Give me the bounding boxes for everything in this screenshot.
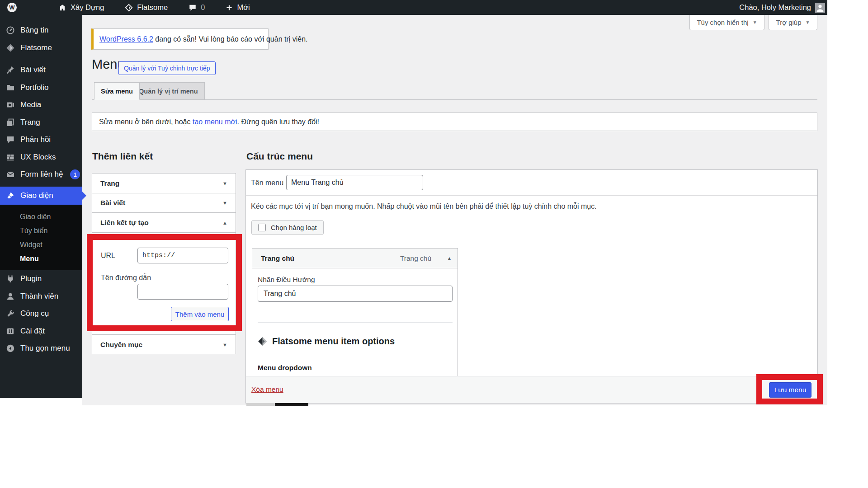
admin-sidebar: Bảng tin Flatsome Bài viết Portfolio [0,15,82,398]
accordion-row-pages[interactable]: Trang ▼ [92,174,236,193]
nav-label-input[interactable] [258,286,453,302]
menu-item-header[interactable]: Trang chủ Trang chủ ▲ [252,249,458,268]
add-menu-items-accordion: Trang ▼ Bài viết ▼ Liên kết tự tạo ▲ URL… [92,173,236,354]
wordpress-logo-icon: W [7,3,17,12]
paintbrush-icon [6,191,15,200]
sidebar-item-label: Công cụ [20,309,49,318]
pages-icon [6,118,15,127]
link-text-label: Tên đường dẫn [101,274,151,282]
sidebar-item-settings[interactable]: Cài đặt [0,323,82,340]
screenshot-artifact [246,403,275,406]
home-icon [58,4,66,12]
chevron-up-icon[interactable]: ▲ [447,255,452,262]
sidebar-item-users[interactable]: Thành viên [0,288,82,305]
help-button[interactable]: Trợ giúp ▼ [769,15,817,30]
save-menu-button[interactable]: Lưu menu [769,382,811,398]
sidebar-item-label: Thành viên [20,292,58,301]
sidebar-item-dashboard[interactable]: Bảng tin [0,22,82,39]
link-text-input[interactable] [137,284,228,300]
comments-count: 0 [201,3,205,12]
sidebar-item-plugins[interactable]: Plugin [0,270,82,288]
tab-edit-menus[interactable]: Sửa menu [94,82,140,100]
sidebar-item-flatsome[interactable]: Flatsome [0,39,82,57]
help-label: Trợ giúp [776,19,802,26]
accordion-row-custom-links[interactable]: Liên kết tự tạo ▲ [92,213,236,233]
site-name-link[interactable]: Xây Dựng [58,3,104,12]
sidebar-item-posts[interactable]: Bài viết [0,61,82,79]
url-input[interactable] [137,248,228,263]
pin-icon [6,66,15,75]
sidebar-item-label: Bảng tin [20,26,48,35]
menu-dropdown-label: Menu dropdown [258,364,312,372]
wordpress-admin-screenshot: W Xây Dựng Flatsome 0 [0,0,868,488]
tab-manage-locations[interactable]: Quản lý vị trí menu [132,82,205,100]
menu-name-label: Tên menu [251,179,283,187]
avatar[interactable] [815,3,825,13]
screen-options-label: Tùy chọn hiển thị [697,19,748,26]
chevron-down-icon: ▼ [222,181,227,186]
sidebar-collapse-button[interactable]: Thu gọn menu [0,340,82,357]
accordion-row-posts[interactable]: Bài viết ▼ [92,193,236,213]
sidebar-item-contact-form[interactable]: Form liên hệ 1 [0,166,82,183]
update-link[interactable]: WordPress 6.6.2 [99,35,153,43]
sidebar-item-pages[interactable]: Trang [0,114,82,131]
comments-link[interactable]: 0 [189,3,205,12]
new-label: Mới [237,3,250,12]
sidebar-item-media[interactable]: Media [0,96,82,114]
menu-name-input[interactable] [286,175,423,190]
sidebar-item-comments[interactable]: Phản hồi [0,131,82,149]
sidebar-item-label: Thu gọn menu [20,344,70,353]
accordion-row-label: Bài viết [100,199,125,207]
accordion-row-categories[interactable]: Chuyên mục ▼ [92,334,236,354]
panel-footer: Xóa menu Lưu menu [246,376,817,403]
notification-badge: 1 [70,169,80,179]
accordion-row-label: Trang [100,179,119,188]
menu-item-title: Trang chủ [261,254,294,263]
delete-menu-link[interactable]: Xóa menu [251,385,283,394]
manage-with-customizer-button[interactable]: Quản lý với Tuỳ chỉnh trực tiếp [118,61,216,75]
media-icon [6,100,15,109]
sidebar-item-portfolio[interactable]: Portfolio [0,79,82,97]
chevron-down-icon: ▼ [753,20,757,25]
new-content-menu[interactable]: Mới [226,3,250,12]
add-to-menu-button[interactable]: Thêm vào menu [171,307,229,321]
bulk-select-label: Chọn hàng loạt [271,224,317,231]
flatsome-icon [257,336,268,347]
sidebar-item-label: Flatsome [20,43,52,52]
submenu-item-themes[interactable]: Giao diện [20,210,82,224]
admin-bar: W Xây Dựng Flatsome 0 [0,0,827,15]
sidebar-item-label: Giao diện [20,191,53,200]
drag-instruction-text: Kéo các mục tới vị trí bạn mong muốn. Nh… [251,202,597,211]
sidebar-item-tools[interactable]: Công cụ [0,305,82,323]
plus-icon [226,4,233,11]
submenu-item-customize[interactable]: Tùy biến [20,224,82,238]
sidebar-item-label: Cài đặt [20,327,45,336]
comment-icon [6,135,15,144]
screen-options-button[interactable]: Tùy chọn hiển thị ▼ [689,15,764,30]
nav-label-label: Nhãn Điều Hướng [258,276,315,284]
plug-icon [6,274,15,283]
bulk-select-checkbox[interactable] [258,224,266,231]
sidebar-item-label: Phản hồi [20,135,51,144]
flatsome-icon [125,4,133,12]
envelope-icon [6,170,15,179]
flatsome-options-heading: Flatsome menu item options [257,336,395,347]
wordpress-logo-menu[interactable]: W [7,3,17,12]
account-greeting[interactable]: Chào, Holy Marketing [739,3,811,12]
submenu-item-widgets[interactable]: Widget [20,238,82,252]
dashboard-icon [6,26,15,35]
folder-icon [6,83,15,92]
accordion-row-label: Liên kết tự tạo [100,219,149,227]
add-links-heading: Thêm liên kết [92,151,153,162]
menu-item-widget: Trang chủ Trang chủ ▲ Nhãn Điều Hướng Fl… [252,248,458,376]
sidebar-item-ux-blocks[interactable]: UX Blocks [0,149,82,166]
bulk-select-toggle[interactable]: Chọn hàng loạt [251,220,324,235]
sidebar-item-appearance[interactable]: Giao diện [0,187,82,205]
user-icon [6,292,15,301]
edit-notice-text-2: . Đừng quên lưu thay đổi! [237,118,320,126]
chevron-down-icon: ▼ [222,342,227,347]
menu-structure-heading: Cấu trúc menu [246,151,313,162]
create-menu-link[interactable]: tạo menu mới [193,118,237,126]
submenu-item-menus[interactable]: Menu [20,252,82,266]
flatsome-adminbar-link[interactable]: Flatsome [125,3,168,12]
